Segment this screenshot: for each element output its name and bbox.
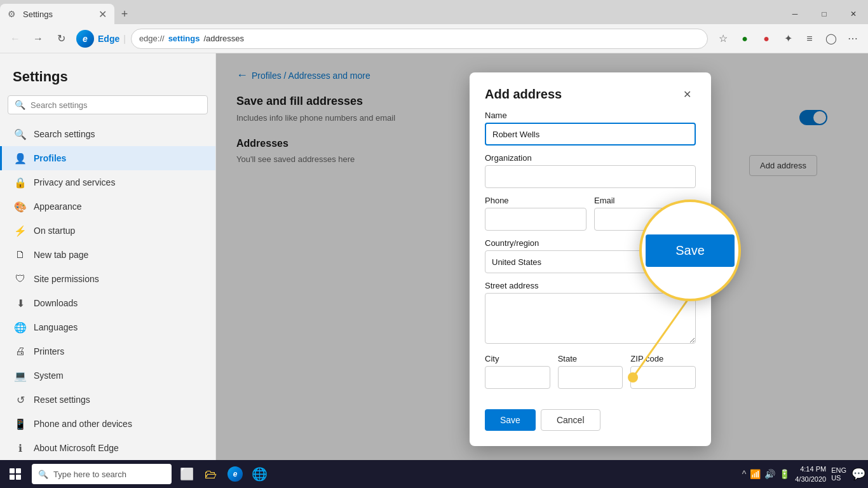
nav-icon-system: 💻 [15, 370, 26, 381]
back-button[interactable]: ← [5, 29, 25, 49]
extensions-icon[interactable]: ✦ [778, 29, 798, 49]
tab-bar: ⚙ Settings ✕ + ─ □ ✕ [0, 0, 868, 24]
nav-label-profiles: Profiles [34, 153, 66, 163]
tab-icon: ⚙ [8, 9, 18, 19]
state-label: State [558, 354, 623, 363]
taskbar-search[interactable]: 🔍 Type here to search [32, 464, 172, 484]
nav-items: 🔍 Search settings 👤 Profiles 🔒 Privacy a… [0, 122, 215, 460]
chevron-up-icon[interactable]: ^ [742, 469, 747, 479]
search-input[interactable] [31, 100, 201, 110]
tab-title: Settings [23, 10, 53, 19]
sidebar-item-profiles[interactable]: 👤 Profiles [0, 146, 215, 170]
toolbar-icons: ☆ ● ● ✦ ≡ ◯ ⋯ [713, 29, 863, 49]
url-highlight: settings [168, 34, 200, 43]
nav-label-reset-settings: Reset settings [34, 395, 90, 405]
edge-icon: e [76, 30, 94, 48]
nav-label-on-startup: On startup [34, 226, 75, 236]
sidebar-item-site-permissions[interactable]: 🛡 Site permissions [0, 267, 215, 291]
phone-label: Phone [485, 196, 587, 205]
sidebar-item-reset-settings[interactable]: ↺ Reset settings [0, 388, 215, 412]
sidebar-item-downloads[interactable]: ⬇ Downloads [0, 291, 215, 315]
address-bar[interactable]: edge://settings/addresses [131, 29, 708, 49]
language-display: ENGUS [831, 466, 846, 482]
sidebar-item-printers[interactable]: 🖨 Printers [0, 339, 215, 363]
nav-icon-on-startup: ⚡ [15, 225, 26, 236]
url-prefix: edge:// [139, 34, 165, 43]
sidebar-item-about-edge[interactable]: ℹ About Microsoft Edge [0, 436, 215, 460]
nav-label-system: System [34, 370, 64, 381]
org-label: Organization [485, 153, 696, 163]
nav-label-search-settings: Search settings [34, 129, 95, 139]
nav-label-languages: Languages [34, 322, 78, 332]
sidebar-icon[interactable]: ≡ [799, 29, 820, 49]
maximize-button[interactable]: □ [810, 2, 839, 26]
profile-icon[interactable]: ◯ [821, 29, 841, 49]
sidebar-item-appearance[interactable]: 🎨 Appearance [0, 194, 215, 219]
file-explorer-icon[interactable]: 🗁 [200, 463, 222, 485]
taskbar-search-placeholder: Type here to search [53, 470, 126, 479]
date-display: 4/30/2020 [795, 474, 826, 485]
nav-label-phone-devices: Phone and other devices [34, 419, 132, 429]
nav-icon-profiles: 👤 [15, 152, 26, 164]
city-state-zip-row: City State ZIP code [485, 354, 696, 389]
settings-tab[interactable]: ⚙ Settings ✕ [0, 4, 114, 24]
sidebar-item-search-settings[interactable]: 🔍 Search settings [0, 122, 215, 146]
nav-icon-languages: 🌐 [15, 322, 26, 333]
nav-label-printers: Printers [34, 346, 64, 356]
windows-logo [10, 468, 21, 480]
sidebar-item-languages[interactable]: 🌐 Languages [0, 315, 215, 339]
search-box[interactable]: 🔍 [8, 95, 208, 114]
nav-label-privacy: Privacy and services [34, 177, 115, 187]
sidebar-item-system[interactable]: 💻 System [0, 363, 215, 388]
sidebar-item-new-tab-page[interactable]: 🗋 New tab page [0, 243, 215, 267]
main-area: Settings 🔍 🔍 Search settings 👤 Profiles … [0, 53, 868, 460]
name-group: Name [485, 111, 696, 146]
refresh-button[interactable]: ↻ [51, 29, 71, 49]
chrome-taskbar-icon[interactable]: 🌐 [248, 463, 271, 485]
collections-icon[interactable]: ● [735, 29, 755, 49]
sidebar-item-phone-devices[interactable]: 📱 Phone and other devices [0, 412, 215, 436]
forward-button[interactable]: → [28, 29, 48, 49]
sidebar-item-on-startup[interactable]: ⚡ On startup [0, 219, 215, 243]
favorites-icon[interactable]: ☆ [713, 29, 733, 49]
phone-input[interactable] [485, 208, 587, 231]
tab-close-button[interactable]: ✕ [98, 8, 107, 20]
zip-label: ZIP code [630, 354, 696, 363]
nav-label-new-tab-page: New tab page [34, 250, 88, 260]
minimize-button[interactable]: ─ [780, 2, 810, 26]
address-bar-row: ← → ↻ e Edge | edge://settings/addresses… [0, 24, 868, 53]
name-input[interactable] [485, 123, 696, 146]
task-view-button[interactable]: ⬜ [175, 463, 198, 485]
edge-taskbar-icon[interactable]: e [224, 463, 247, 485]
nav-label-about-edge: About Microsoft Edge [34, 443, 119, 453]
zoom-save-button[interactable]: Save [646, 234, 735, 267]
nav-label-appearance: Appearance [34, 201, 82, 212]
cancel-button[interactable]: Cancel [541, 409, 600, 431]
sidebar-title: Settings [0, 64, 215, 95]
city-input[interactable] [485, 366, 550, 389]
notification-icon[interactable]: 💬 [851, 467, 865, 481]
org-input[interactable] [485, 165, 696, 188]
nav-label-site-permissions: Site permissions [34, 274, 99, 284]
zip-input[interactable] [630, 366, 696, 389]
state-input[interactable] [558, 366, 623, 389]
settings-more-icon[interactable]: ⋯ [843, 29, 863, 49]
taskbar-search-icon: 🔍 [38, 470, 48, 479]
save-button[interactable]: Save [485, 409, 536, 431]
zoom-callout: Save [639, 200, 741, 301]
start-button[interactable] [3, 461, 28, 487]
nav-icon-about-edge: ℹ [15, 442, 26, 454]
phone-col: Phone [485, 196, 587, 231]
dialog-header: Add address ✕ [470, 72, 711, 111]
opera-icon[interactable]: ● [756, 29, 776, 49]
close-button[interactable]: ✕ [839, 2, 868, 26]
new-tab-button[interactable]: + [114, 4, 135, 24]
dialog-close-button[interactable]: ✕ [678, 85, 696, 103]
sidebar-item-privacy[interactable]: 🔒 Privacy and services [0, 170, 215, 194]
nav-icon-search-settings: 🔍 [15, 128, 26, 140]
street-input[interactable] [485, 293, 696, 344]
dialog-title: Add address [485, 87, 562, 102]
network-icon: 📶 [750, 469, 761, 479]
nav-label-downloads: Downloads [34, 298, 78, 308]
org-group: Organization [485, 153, 696, 188]
